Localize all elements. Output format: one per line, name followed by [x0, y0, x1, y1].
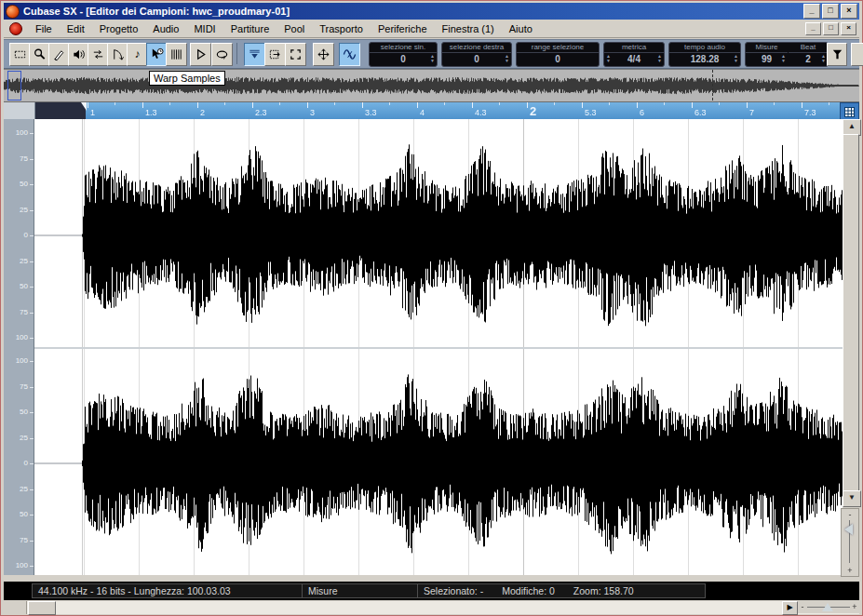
ruler-label: 3 [310, 108, 315, 117]
menu-aiuto[interactable]: Aiuto [502, 21, 540, 36]
scrub-tool[interactable] [88, 43, 109, 66]
selection-right-field[interactable]: selezione destra0▲▼ [441, 42, 512, 67]
timewarp-tool[interactable] [107, 43, 128, 66]
loop-button[interactable] [211, 43, 233, 66]
field-value[interactable]: 0 [517, 53, 599, 65]
scale-value: 25 [20, 258, 28, 265]
spinner-arrows[interactable]: ▲▼ [734, 54, 738, 63]
bars-beats-field-misure[interactable]: Misure99▲▼ [746, 43, 788, 66]
vertical-zoom-slider[interactable]: - + [841, 508, 859, 577]
toolbar: ♪selezione sin.0▲▼selezione destra0▲▼ran… [4, 39, 859, 69]
spinner-arrows[interactable]: ▲▼ [606, 54, 611, 63]
hitpoints-tool[interactable] [166, 43, 187, 66]
scale-value: 50 [20, 181, 28, 188]
warp-samples-tool[interactable] [146, 43, 168, 66]
overview-strip[interactable] [4, 69, 859, 102]
spinner-arrows[interactable]: ▲▼ [657, 54, 662, 63]
field-value[interactable]: 0 [442, 53, 511, 65]
spinner-arrows[interactable]: ▲▼ [781, 54, 786, 63]
scale-value: 50 [20, 283, 28, 290]
selection-range-field[interactable]: range selezione0 [516, 42, 600, 67]
autoscroll-button[interactable] [264, 43, 286, 66]
menu-pool[interactable]: Pool [276, 21, 312, 36]
ruler-tick [637, 102, 638, 108]
ruler-minor-tick [169, 102, 170, 105]
scroll-down-button[interactable]: ▼ [843, 490, 861, 507]
toolbar-overflow-button[interactable] [851, 43, 863, 66]
select-tool[interactable] [9, 43, 31, 66]
ruler-label: 7.3 [804, 108, 816, 117]
scale-value: 100 [16, 562, 28, 569]
field-value[interactable]: 128.28 [669, 53, 740, 65]
ruler-tick [582, 102, 583, 108]
horizontal-zoom-slider[interactable]: - + [798, 601, 859, 613]
filter-button[interactable] [827, 43, 847, 66]
warp-free-tool[interactable]: ♪ [127, 43, 148, 66]
overview-waveform[interactable] [4, 71, 859, 100]
zoom-out-label[interactable]: - [842, 510, 858, 519]
play-tool[interactable] [68, 43, 89, 66]
scale-value: 75 [20, 309, 28, 316]
scroll-right-button[interactable]: ▶ [782, 601, 798, 615]
menu-periferiche[interactable]: Periferiche [371, 21, 435, 36]
show-event-button[interactable] [244, 43, 265, 66]
overview-view-rectangle[interactable] [7, 71, 21, 100]
zoom-tool[interactable] [29, 43, 50, 66]
timeline-ruler[interactable]: 11.322.333.344.325.366.377.3 [86, 102, 843, 120]
mdi-close-button[interactable]: × [841, 22, 856, 35]
status-selection-panel: Selezionato: - Modifiche: 0 Zoom: 158.70 [417, 583, 706, 598]
status-file-info: 44.100 kHz - 16 bits - Lunghezza: 100.03… [32, 583, 305, 598]
minimize-button[interactable]: _ [803, 4, 820, 19]
status-time-format[interactable]: Misure [302, 583, 419, 598]
menu-file[interactable]: File [28, 21, 60, 36]
play-button[interactable] [190, 43, 211, 66]
field-value[interactable]: 4/4 [604, 53, 664, 65]
mdi-restore-button[interactable]: □ [823, 22, 839, 35]
vertical-zoom-thumb[interactable] [844, 524, 853, 535]
status-selected: Selezionato: - [424, 584, 483, 597]
vertical-scroll-thumb[interactable] [843, 134, 859, 492]
ruler-minor-tick [499, 102, 500, 105]
cubase-app-icon[interactable] [6, 5, 20, 19]
snap-range-button[interactable] [285, 43, 306, 66]
menu-finestra-1-[interactable]: Finestra (1) [435, 21, 502, 36]
ruler-minor-tick [609, 102, 610, 105]
menu-edit[interactable]: Edit [60, 21, 92, 36]
menu-trasporto[interactable]: Trasporto [312, 21, 371, 36]
bars-beats-field[interactable]: Misure99▲▼Beat2▲▼ [745, 42, 829, 67]
close-button[interactable]: × [841, 4, 857, 19]
draw-tool[interactable] [48, 43, 70, 66]
ruler-corner [4, 102, 35, 120]
horizontal-zoom-thumb[interactable] [822, 603, 833, 611]
mdi-minimize-button[interactable]: _ [805, 22, 821, 35]
field-value[interactable]: 0 [370, 53, 437, 65]
bars-beats-field-beat[interactable]: Beat2▲▼ [789, 43, 828, 66]
document-icon[interactable] [9, 22, 22, 35]
title-bar[interactable]: Cubase SX - [Editor dei Campioni: hwc_pr… [4, 3, 859, 20]
scale-tick [30, 515, 34, 516]
ruler-tick [142, 102, 143, 108]
audio-tempo-field[interactable]: tempo audio128.28▲▼ [668, 42, 741, 67]
zero-crossing-button[interactable] [339, 43, 360, 66]
maximize-button[interactable]: □ [822, 4, 839, 19]
menu-midi[interactable]: MIDI [186, 21, 222, 36]
hzoom-in-label[interactable]: + [851, 602, 858, 611]
vertical-scrollbar[interactable]: ▲ ▼ [843, 119, 859, 507]
horizontal-scroll-thumb[interactable] [28, 601, 56, 615]
spinner-arrows[interactable]: ▲▼ [430, 54, 435, 63]
hzoom-out-label[interactable]: - [799, 602, 806, 611]
selection-left-field[interactable]: selezione sin.0▲▼ [369, 42, 438, 67]
menu-partiture[interactable]: Partiture [223, 21, 277, 36]
spinner-arrows[interactable]: ▲▼ [505, 54, 509, 63]
horizontal-scrollbar[interactable]: ▶ - + [4, 601, 859, 614]
menu-progetto[interactable]: Progetto [92, 21, 146, 36]
zoom-in-label[interactable]: + [842, 566, 858, 575]
spinner-arrows[interactable]: ▲▼ [821, 54, 826, 63]
waveform-editor[interactable] [34, 119, 843, 575]
ruler-options-button[interactable] [840, 102, 859, 121]
ruler-minor-tick [664, 102, 665, 105]
metric-field[interactable]: metrica4/4▲▼▲▼ [603, 42, 665, 67]
move-cross-button[interactable] [313, 43, 334, 66]
ruler-label: 7 [749, 108, 754, 117]
menu-audio[interactable]: Audio [145, 21, 186, 36]
